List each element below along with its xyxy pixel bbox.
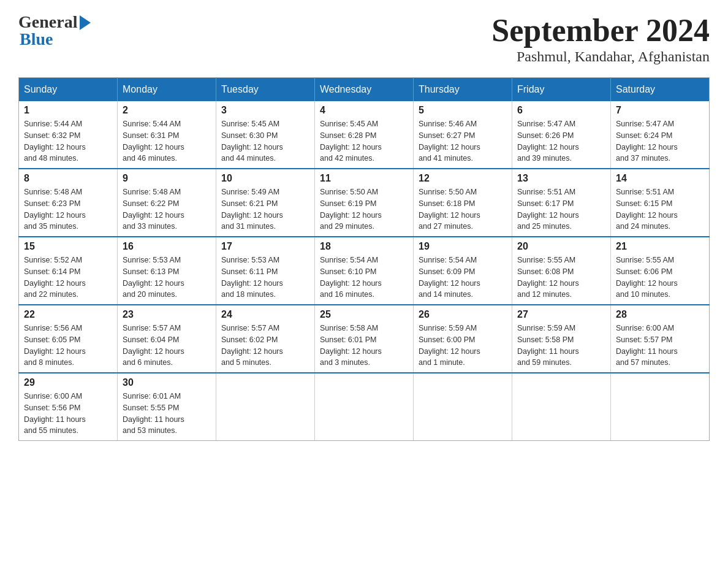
calendar-cell: 8Sunrise: 5:48 AM Sunset: 6:23 PM Daylig… [19,169,118,237]
day-info: Sunrise: 5:53 AM Sunset: 6:11 PM Dayligh… [221,255,309,301]
day-info: Sunrise: 5:59 AM Sunset: 5:58 PM Dayligh… [517,323,605,369]
day-number: 10 [221,173,309,184]
day-number: 3 [221,105,309,116]
calendar-cell: 22Sunrise: 5:56 AM Sunset: 6:05 PM Dayli… [19,305,118,373]
day-number: 27 [517,309,605,320]
day-info: Sunrise: 5:47 AM Sunset: 6:24 PM Dayligh… [616,118,704,164]
calendar-header-wednesday: Wednesday [315,78,414,102]
calendar-cell: 4Sunrise: 5:45 AM Sunset: 6:28 PM Daylig… [315,101,414,169]
calendar-header-row: SundayMondayTuesdayWednesdayThursdayFrid… [19,78,710,102]
day-info: Sunrise: 5:57 AM Sunset: 6:04 PM Dayligh… [123,323,211,369]
calendar-cell: 7Sunrise: 5:47 AM Sunset: 6:24 PM Daylig… [611,101,710,169]
day-number: 9 [123,173,211,184]
calendar-cell: 3Sunrise: 5:45 AM Sunset: 6:30 PM Daylig… [216,101,315,169]
calendar-week-row: 15Sunrise: 5:52 AM Sunset: 6:14 PM Dayli… [19,237,710,305]
day-number: 13 [517,173,605,184]
day-number: 11 [320,173,408,184]
calendar-cell: 23Sunrise: 5:57 AM Sunset: 6:04 PM Dayli… [118,305,216,373]
day-number: 8 [24,173,112,184]
day-info: Sunrise: 6:01 AM Sunset: 5:55 PM Dayligh… [123,391,211,437]
calendar-week-row: 1Sunrise: 5:44 AM Sunset: 6:32 PM Daylig… [19,101,710,169]
calendar-week-row: 29Sunrise: 6:00 AM Sunset: 5:56 PM Dayli… [19,373,710,441]
day-number: 25 [320,309,408,320]
day-info: Sunrise: 5:49 AM Sunset: 6:21 PM Dayligh… [221,186,309,232]
day-info: Sunrise: 5:46 AM Sunset: 6:27 PM Dayligh… [419,118,507,164]
day-info: Sunrise: 5:51 AM Sunset: 6:17 PM Dayligh… [517,186,605,232]
page-header: General Blue September 2024 Pashmul, Kan… [18,12,710,65]
calendar-cell: 13Sunrise: 5:51 AM Sunset: 6:17 PM Dayli… [512,169,611,237]
day-info: Sunrise: 5:54 AM Sunset: 6:09 PM Dayligh… [419,255,507,301]
day-number: 16 [123,241,211,252]
day-number: 30 [123,377,211,388]
day-number: 18 [320,241,408,252]
calendar-cell [512,373,611,441]
logo: General Blue [18,12,91,49]
calendar-cell: 15Sunrise: 5:52 AM Sunset: 6:14 PM Dayli… [19,237,118,305]
day-number: 28 [616,309,704,320]
day-info: Sunrise: 5:55 AM Sunset: 6:06 PM Dayligh… [616,255,704,301]
day-number: 15 [24,241,112,252]
day-number: 4 [320,105,408,116]
calendar-cell: 12Sunrise: 5:50 AM Sunset: 6:18 PM Dayli… [414,169,512,237]
calendar-cell: 5Sunrise: 5:46 AM Sunset: 6:27 PM Daylig… [414,101,512,169]
calendar-cell [315,373,414,441]
calendar-cell: 18Sunrise: 5:54 AM Sunset: 6:10 PM Dayli… [315,237,414,305]
calendar-cell: 29Sunrise: 6:00 AM Sunset: 5:56 PM Dayli… [19,373,118,441]
calendar-header-saturday: Saturday [611,78,710,102]
day-number: 5 [419,105,507,116]
calendar-cell: 16Sunrise: 5:53 AM Sunset: 6:13 PM Dayli… [118,237,216,305]
calendar-cell: 6Sunrise: 5:47 AM Sunset: 6:26 PM Daylig… [512,101,611,169]
calendar-cell: 17Sunrise: 5:53 AM Sunset: 6:11 PM Dayli… [216,237,315,305]
day-info: Sunrise: 5:45 AM Sunset: 6:30 PM Dayligh… [221,118,309,164]
calendar-cell: 2Sunrise: 5:44 AM Sunset: 6:31 PM Daylig… [118,101,216,169]
logo-blue-text: Blue [20,29,53,49]
day-number: 6 [517,105,605,116]
day-info: Sunrise: 5:48 AM Sunset: 6:22 PM Dayligh… [123,186,211,232]
day-info: Sunrise: 5:44 AM Sunset: 6:31 PM Dayligh… [123,118,211,164]
logo-arrow-icon [80,15,91,30]
day-info: Sunrise: 5:55 AM Sunset: 6:08 PM Dayligh… [517,255,605,301]
day-number: 14 [616,173,704,184]
day-number: 1 [24,105,112,116]
calendar-cell [611,373,710,441]
calendar-cell: 10Sunrise: 5:49 AM Sunset: 6:21 PM Dayli… [216,169,315,237]
day-info: Sunrise: 6:00 AM Sunset: 5:57 PM Dayligh… [616,323,704,369]
day-number: 12 [419,173,507,184]
calendar-cell: 19Sunrise: 5:54 AM Sunset: 6:09 PM Dayli… [414,237,512,305]
day-info: Sunrise: 5:52 AM Sunset: 6:14 PM Dayligh… [24,255,112,301]
calendar-header-friday: Friday [512,78,611,102]
day-info: Sunrise: 5:57 AM Sunset: 6:02 PM Dayligh… [221,323,309,369]
day-info: Sunrise: 5:53 AM Sunset: 6:13 PM Dayligh… [123,255,211,301]
calendar-cell: 25Sunrise: 5:58 AM Sunset: 6:01 PM Dayli… [315,305,414,373]
calendar-cell: 9Sunrise: 5:48 AM Sunset: 6:22 PM Daylig… [118,169,216,237]
day-number: 23 [123,309,211,320]
day-info: Sunrise: 5:45 AM Sunset: 6:28 PM Dayligh… [320,118,408,164]
day-info: Sunrise: 5:50 AM Sunset: 6:18 PM Dayligh… [419,186,507,232]
calendar-subtitle: Pashmul, Kandahar, Afghanistan [491,48,710,65]
calendar-cell: 21Sunrise: 5:55 AM Sunset: 6:06 PM Dayli… [611,237,710,305]
day-info: Sunrise: 5:47 AM Sunset: 6:26 PM Dayligh… [517,118,605,164]
day-number: 26 [419,309,507,320]
calendar-cell: 11Sunrise: 5:50 AM Sunset: 6:19 PM Dayli… [315,169,414,237]
calendar-header-tuesday: Tuesday [216,78,315,102]
day-number: 20 [517,241,605,252]
day-info: Sunrise: 5:59 AM Sunset: 6:00 PM Dayligh… [419,323,507,369]
calendar-cell: 28Sunrise: 6:00 AM Sunset: 5:57 PM Dayli… [611,305,710,373]
calendar-header-monday: Monday [118,78,216,102]
calendar-table: SundayMondayTuesdayWednesdayThursdayFrid… [18,77,710,441]
calendar-week-row: 8Sunrise: 5:48 AM Sunset: 6:23 PM Daylig… [19,169,710,237]
day-info: Sunrise: 5:51 AM Sunset: 6:15 PM Dayligh… [616,186,704,232]
day-number: 7 [616,105,704,116]
day-info: Sunrise: 5:58 AM Sunset: 6:01 PM Dayligh… [320,323,408,369]
day-number: 2 [123,105,211,116]
day-info: Sunrise: 5:44 AM Sunset: 6:32 PM Dayligh… [24,118,112,164]
calendar-cell: 26Sunrise: 5:59 AM Sunset: 6:00 PM Dayli… [414,305,512,373]
day-number: 29 [24,377,112,388]
calendar-cell [414,373,512,441]
day-number: 21 [616,241,704,252]
day-info: Sunrise: 5:54 AM Sunset: 6:10 PM Dayligh… [320,255,408,301]
calendar-cell: 1Sunrise: 5:44 AM Sunset: 6:32 PM Daylig… [19,101,118,169]
day-number: 24 [221,309,309,320]
calendar-cell: 14Sunrise: 5:51 AM Sunset: 6:15 PM Dayli… [611,169,710,237]
title-area: September 2024 Pashmul, Kandahar, Afghan… [491,12,710,65]
